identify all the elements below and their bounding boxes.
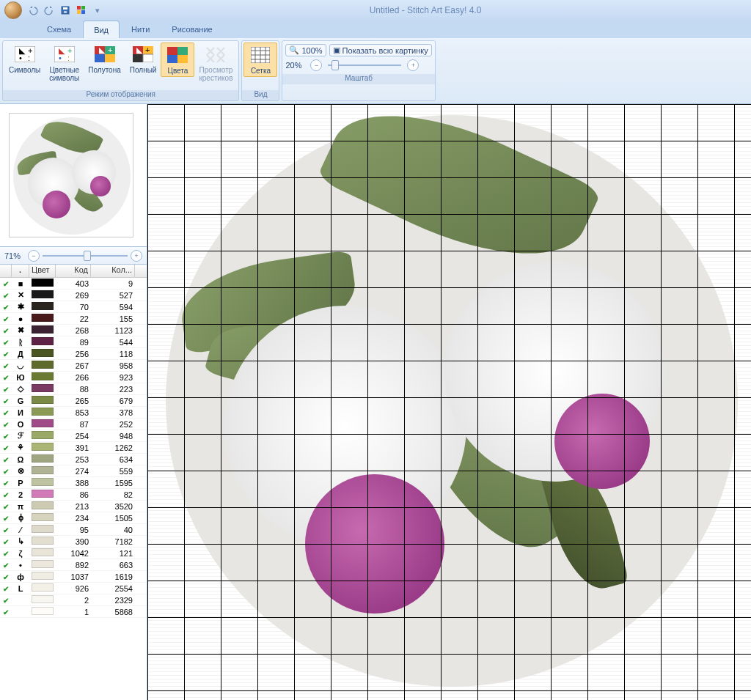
- app-orb-icon[interactable]: [4, 1, 22, 19]
- code-cell: 95: [56, 526, 91, 534]
- color-row[interactable]: ✔●22155: [0, 313, 147, 325]
- check-icon: ✔: [0, 373, 12, 382]
- preview-zoom-slider-thumb[interactable]: [84, 251, 91, 261]
- code-cell: 391: [56, 443, 91, 452]
- count-cell: 223: [91, 385, 135, 394]
- count-cell: 2329: [91, 596, 135, 605]
- color-row[interactable]: ✔⚘3911262: [0, 442, 147, 454]
- count-cell: 121: [91, 549, 135, 558]
- zoom-slider-thumb[interactable]: [331, 60, 339, 70]
- color-row[interactable]: ✔✱70594: [0, 301, 147, 313]
- code-cell: 267: [56, 361, 91, 370]
- color-row[interactable]: ✔ζ1042121: [0, 548, 147, 559]
- header-check[interactable]: [0, 265, 12, 277]
- color-row[interactable]: ✔Ω253634: [0, 454, 147, 465]
- color-row[interactable]: ✔Ю266923: [0, 372, 147, 383]
- tab-scheme[interactable]: Схема: [37, 21, 81, 38]
- save-icon[interactable]: [59, 4, 72, 17]
- window-title: Untitled - Stitch Art Easy! 4.0: [104, 5, 747, 15]
- color-row[interactable]: ✔ᚱ89544: [0, 336, 147, 348]
- check-icon: ✔: [0, 608, 12, 616]
- halftones-button[interactable]: ◣+ Полутона: [84, 43, 125, 75]
- color-row[interactable]: ✔ф10371619: [0, 571, 147, 583]
- show-whole-image-button[interactable]: ▣ Показать всю картинку: [329, 44, 432, 56]
- color-row[interactable]: ✔28682: [0, 489, 147, 501]
- color-row[interactable]: ✔∕9540: [0, 524, 147, 536]
- swatch-cell: [29, 537, 56, 546]
- tab-row: Схема Вид Нити Рисование: [0, 21, 751, 38]
- redo-icon[interactable]: [43, 4, 56, 17]
- svg-text:•: •: [59, 54, 62, 62]
- color-row[interactable]: ✔⊗274559: [0, 465, 147, 477]
- color-row[interactable]: ✔■4039: [0, 278, 147, 290]
- swatch-cell: [29, 408, 56, 417]
- check-icon: ✔: [0, 490, 12, 499]
- undo-icon[interactable]: [26, 4, 40, 17]
- header-color[interactable]: Цвет: [29, 265, 56, 277]
- qat-dropdown-icon[interactable]: ▾: [91, 4, 104, 17]
- tab-view[interactable]: Вид: [83, 21, 120, 38]
- swatch-cell: [29, 396, 56, 405]
- code-cell: 1042: [56, 549, 91, 558]
- zoom-in-button[interactable]: +: [407, 59, 419, 71]
- color-row[interactable]: ✔•892663: [0, 559, 147, 571]
- header-symbol[interactable]: .: [12, 265, 29, 277]
- zoom-out-button[interactable]: −: [310, 59, 322, 71]
- count-cell: 679: [91, 397, 135, 405]
- color-row[interactable]: ✔π2133520: [0, 501, 147, 512]
- color-row[interactable]: ✔15868: [0, 606, 147, 618]
- color-row[interactable]: ✔◡267958: [0, 360, 147, 372]
- color-row[interactable]: ✔Д256118: [0, 348, 147, 360]
- check-icon: ✔: [0, 432, 12, 441]
- swatch-cell: [29, 431, 56, 441]
- color-row[interactable]: ✔↳3907182: [0, 536, 147, 548]
- count-cell: 3520: [91, 502, 135, 511]
- zoom-100-button[interactable]: 🔍 100%: [285, 44, 326, 56]
- color-row[interactable]: ✔L9262554: [0, 583, 147, 594]
- count-cell: 1123: [91, 326, 135, 335]
- color-row[interactable]: ✔И853378: [0, 407, 147, 419]
- swatch-cell: [29, 314, 56, 323]
- color-row[interactable]: ✔ℱ254948: [0, 430, 147, 442]
- count-cell: 2554: [91, 584, 135, 593]
- code-cell: 70: [56, 303, 91, 312]
- colors-button[interactable]: Цвета: [161, 43, 194, 77]
- swatch-cell: [29, 361, 56, 370]
- check-icon: ✔: [0, 526, 12, 534]
- zoom-slider[interactable]: [328, 65, 401, 66]
- symbol-cell: ф: [12, 572, 29, 581]
- palette-icon[interactable]: [75, 4, 88, 17]
- preview-zoom-out-button[interactable]: −: [28, 250, 40, 262]
- symbol-cell: И: [12, 408, 29, 417]
- color-symbols-button[interactable]: ◣+•: Цветные символы: [45, 43, 84, 84]
- tab-drawing[interactable]: Рисование: [161, 21, 222, 38]
- canvas[interactable]: [147, 104, 751, 700]
- symbol-cell: ℱ: [12, 431, 29, 441]
- swatch-cell: [29, 595, 56, 605]
- color-table[interactable]: . Цвет Код Кол... ✔■4039✔✕269527✔✱70594✔…: [0, 265, 147, 700]
- color-row[interactable]: ✔О87252: [0, 419, 147, 430]
- grid-button[interactable]: Сетка: [243, 43, 277, 77]
- color-row[interactable]: ✔✖2681123: [0, 325, 147, 336]
- count-cell: 5868: [91, 608, 135, 616]
- header-count[interactable]: Кол...: [91, 265, 135, 277]
- color-row[interactable]: ✔Р3881595: [0, 477, 147, 489]
- preview-image[interactable]: [9, 113, 133, 237]
- symbols-button[interactable]: ◣+•: Символы: [4, 43, 45, 75]
- count-cell: 1505: [91, 514, 135, 523]
- header-code[interactable]: Код: [56, 265, 91, 277]
- preview-zoom-in-button[interactable]: +: [131, 250, 142, 262]
- swatch-cell: [29, 349, 56, 358]
- preview-zoom-slider[interactable]: [43, 255, 128, 257]
- color-row[interactable]: ✔G265679: [0, 395, 147, 407]
- color-row[interactable]: ✔22329: [0, 594, 147, 606]
- color-row[interactable]: ✔ϕ2341505: [0, 512, 147, 524]
- color-row[interactable]: ✔✕269527: [0, 290, 147, 301]
- full-button[interactable]: ◣+ Полный: [125, 43, 161, 75]
- color-table-header[interactable]: . Цвет Код Кол...: [0, 265, 147, 278]
- symbol-cell: ◡: [12, 361, 29, 370]
- count-cell: 527: [91, 291, 135, 300]
- tab-threads[interactable]: Нити: [121, 21, 160, 38]
- count-cell: 1262: [91, 443, 135, 452]
- color-row[interactable]: ✔◇88223: [0, 383, 147, 395]
